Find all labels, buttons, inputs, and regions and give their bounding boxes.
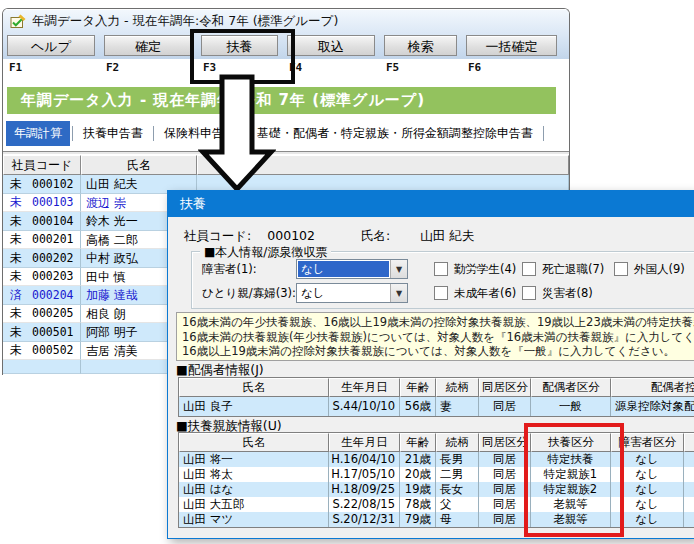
tab-divider	[543, 126, 544, 141]
down-arrow-icon	[198, 74, 276, 194]
fkey-label-f6: F6	[466, 59, 566, 78]
tab-kiso-haigusha-shinkokusho[interactable]: 基礎・配偶者・特定親族・所得金額調整控除申告書	[249, 121, 541, 146]
status-cell: 未	[10, 212, 26, 231]
checkbox-foreigner[interactable]: 外国人(9)	[614, 262, 694, 277]
employee-name-value: 山田 紀夫	[420, 228, 474, 245]
notice-line: 16歳以上19歳未満の控除対象扶養親族については、対象人数を『一般』に入力してく…	[182, 344, 694, 359]
status-cell: 未	[10, 175, 26, 194]
checkbox-working-student[interactable]: 勤労学生(4)	[434, 262, 522, 277]
status-cell: 済	[10, 286, 26, 305]
col-header-employee-code: 社員コード	[3, 155, 81, 175]
dependent-row[interactable]: 山田 はな H.18/09/25 19歳 長女 同居 特定親族2 なし	[179, 482, 694, 497]
dependents-table: 氏名 生年月日 年齢 続柄 同居区分 扶養区分 障害者区分 山田 将一 H.16…	[178, 432, 694, 528]
code-cell: 000202	[32, 249, 74, 268]
single-parent-label: ひとり親/寡婦(3):	[202, 286, 296, 301]
disability-value: なし	[298, 261, 389, 277]
code-cell: 000502	[32, 341, 74, 360]
status-cell: 未	[10, 249, 26, 268]
toolbar-button-import[interactable]: 取込	[287, 35, 375, 56]
checkbox-icon[interactable]	[434, 286, 448, 300]
dialog-employee-line: 社員コード: 000102 氏名: 山田 紀夫	[184, 228, 474, 245]
notice-box: 16歳未満の年少扶養親族、16歳以上19歳未満の控除対象扶養親族、19歳以上23…	[176, 312, 694, 361]
page-title-banner: 年調データ入力 - 現在年調年:令和 7年 (標準グループ)	[7, 87, 556, 114]
checkbox-disaster-victim[interactable]: 災害者(8)	[522, 286, 614, 301]
fkey-label-f1: F1	[7, 59, 104, 78]
dependent-row[interactable]: 山田 マツ S.20/12/31 79歳 母 同居 老親等 なし	[179, 512, 694, 527]
code-cell: 000103	[32, 193, 74, 212]
code-cell: 000203	[32, 267, 74, 286]
code-cell: 000201	[32, 230, 74, 249]
checkbox-icon[interactable]	[614, 262, 628, 276]
dependents-table-header: 氏名 生年月日 年齢 続柄 同居区分 扶養区分 障害者区分	[179, 433, 694, 452]
employee-name-label: 氏名:	[361, 228, 390, 245]
toolbar-button-batch-confirm[interactable]: 一括確定	[466, 35, 557, 56]
tab-nencho-keisan[interactable]: 年調計算	[6, 121, 70, 146]
tab-fuyo-shinkokusho[interactable]: 扶養申告書	[75, 121, 151, 146]
fkey-label-f2: F2	[104, 59, 201, 78]
notice-line: 16歳未満の年少扶養親族、16歳以上19歳未満の控除対象扶養親族、19歳以上23…	[182, 315, 694, 330]
spouse-table: 氏名 生年月日 年齢 続柄 同居区分 配偶者区分 配偶者控除区分 山田 良子 S…	[178, 377, 694, 417]
dependent-row[interactable]: 山田 大五郎 S.22/08/15 78歳 父 同居 老親等 なし	[179, 497, 694, 512]
notice-line: 16歳未満の扶養親族(年少扶養親族)については、対象人数を『16歳未満の扶養親族…	[182, 330, 694, 345]
fuyo-dialog: 扶養 社員コード: 000102 氏名: 山田 紀夫 ■本人情報/源泉徴収票 障…	[167, 190, 694, 539]
code-cell: 000501	[32, 323, 74, 342]
fkey-label-f4: F4	[287, 59, 384, 78]
dialog-titlebar[interactable]: 扶養	[168, 191, 694, 217]
tab-bar: 年調計算 扶養申告書 保険料申告書 基礎・配偶者・特定親族・所得金額調整控除申告…	[6, 120, 546, 146]
dependent-row[interactable]: 山田 将太 H.17/05/10 20歳 二男 同居 特定親族1 なし	[179, 467, 694, 482]
employee-code-label: 社員コード:	[184, 228, 251, 245]
code-cell: 000104	[32, 212, 74, 231]
code-cell: 000205	[32, 304, 74, 323]
app-icon	[10, 14, 26, 30]
screen: 年調データ入力 - 現在年調年:令和 7年 (標準グループ) ヘルプ 確定 扶養…	[0, 0, 694, 544]
code-cell: 000102	[32, 175, 74, 194]
tab-divider	[153, 126, 154, 141]
chevron-down-icon[interactable]: ▼	[390, 284, 407, 302]
disability-label: 障害者(1):	[202, 262, 296, 277]
col-header-name: 氏名	[81, 155, 197, 175]
checkbox-icon[interactable]	[522, 262, 536, 276]
status-cell: 未	[10, 341, 26, 360]
fkey-label-f5: F5	[384, 59, 466, 78]
window-title: 年調データ入力 - 現在年調年:令和 7年 (標準グループ)	[32, 13, 338, 30]
toolbar-button-help[interactable]: ヘルプ	[7, 35, 95, 56]
dependent-row[interactable]: 山田 将一 H.16/04/10 21歳 長男 同居 特定扶養 なし	[179, 452, 694, 467]
spouse-row[interactable]: 山田 良子 S.44/10/10 56歳 妻 同居 一般 源泉控除対象配偶者	[179, 397, 694, 416]
personal-info-fieldset: ■本人情報/源泉徴収票 障害者(1): なし ▼ 勤労学生(4) 死亡退職(7)	[191, 251, 694, 309]
checkbox-icon[interactable]	[434, 262, 448, 276]
status-cell: 未	[10, 267, 26, 286]
single-parent-select[interactable]: なし ▼	[296, 283, 408, 303]
code-cell: 000204	[32, 286, 74, 305]
status-cell: 未	[10, 193, 26, 212]
tab-divider	[72, 126, 73, 141]
toolbar-button-search[interactable]: 検索	[384, 35, 457, 56]
status-cell: 未	[10, 323, 26, 342]
chevron-down-icon[interactable]: ▼	[390, 260, 407, 278]
checkbox-minor[interactable]: 未成年者(6)	[434, 286, 522, 301]
status-cell: 未	[10, 230, 26, 249]
disability-select[interactable]: なし ▼	[296, 259, 408, 279]
employee-code-value: 000102	[267, 228, 315, 245]
checkbox-icon[interactable]	[522, 286, 536, 300]
status-cell: 未	[10, 304, 26, 323]
checkbox-death-retirement[interactable]: 死亡退職(7)	[522, 262, 614, 277]
toolbar-button-confirm[interactable]: 確定	[104, 35, 192, 56]
employee-table-header: 社員コード 氏名	[3, 155, 569, 175]
spouse-table-header: 氏名 生年月日 年齢 続柄 同居区分 配偶者区分 配偶者控除区分	[179, 378, 694, 397]
single-parent-value: なし	[298, 285, 389, 301]
